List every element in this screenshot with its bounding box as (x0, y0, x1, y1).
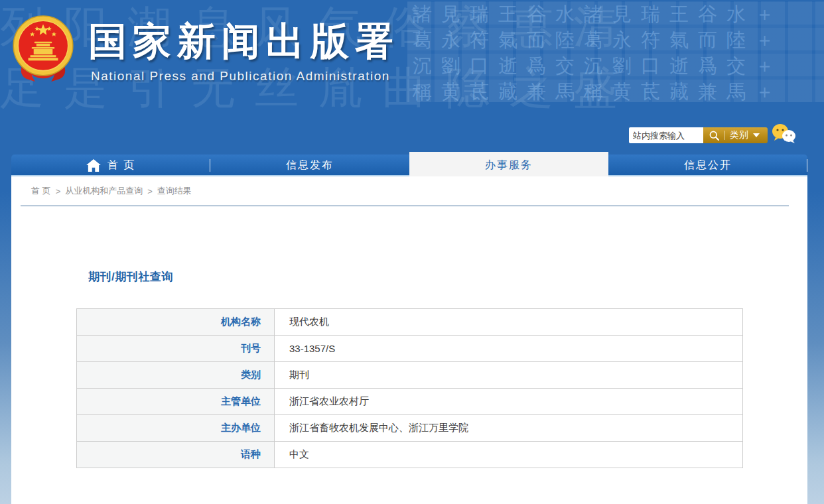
breadcrumb: 首 页 > 从业机构和产品查询 > 查询结果 (21, 176, 789, 206)
row-value: 浙江省畜牧农机发展中心、浙江万里学院 (275, 415, 743, 442)
site-subtitle-en: National Press and Publication Administr… (91, 69, 390, 84)
nav-item-label: 首 页 (107, 158, 135, 172)
row-label: 类别 (77, 362, 275, 389)
national-emblem-logo (9, 13, 77, 84)
row-label: 主管单位 (77, 389, 275, 415)
row-value: 浙江省农业农村厅 (275, 389, 743, 415)
search-controls: 类别 (703, 127, 768, 143)
row-value: 期刊 (275, 362, 743, 389)
table-row: 类别 期刊 (77, 362, 743, 389)
category-label: 类别 (730, 129, 748, 141)
row-value: 33-1357/S (275, 336, 743, 362)
site-search: 类别 (629, 127, 768, 143)
nav-item-label: 信息发布 (286, 158, 334, 172)
home-icon (86, 159, 101, 172)
site-header: 列阳潮息风气俗察惠清 足是引无丝胤曲隐之盛 諸見瑞王谷水諸見瑞王谷水＋ 葛永符氣… (0, 0, 824, 176)
nav-item-home[interactable]: 首 页 (11, 155, 210, 176)
wechat-icon[interactable] (770, 122, 799, 149)
search-button[interactable] (706, 127, 722, 143)
main-nav: 首 页 信息发布 办事服务 信息公开 (11, 155, 807, 176)
table-row: 机构名称 现代农机 (77, 309, 743, 336)
row-value: 现代农机 (275, 309, 743, 336)
nav-item-label: 办事服务 (485, 158, 533, 172)
table-row: 语种 中文 (77, 442, 743, 468)
seal-tile-watermark: 諸見瑞王谷水諸見瑞王谷水＋ 葛永符氣而陸葛永符氣而陸＋ 沉劉口逝爲交沉劉口逝爲交… (407, 1, 824, 102)
gold-divider (724, 131, 725, 140)
breadcrumb-separator: > (56, 186, 61, 196)
table-row: 主管单位 浙江省农业农村厅 (77, 389, 743, 415)
row-value: 中文 (275, 442, 743, 468)
nav-item-info-disclosure[interactable]: 信息公开 (608, 155, 807, 176)
page-title: 期刊/期刊社查询 (88, 269, 173, 284)
search-input[interactable] (629, 127, 703, 143)
nav-item-services[interactable]: 办事服务 (409, 152, 608, 176)
magnifier-icon (709, 130, 720, 141)
nav-item-info-release[interactable]: 信息发布 (210, 155, 409, 176)
nav-item-label: 信息公开 (684, 158, 732, 172)
content-panel: 首 页 > 从业机构和产品查询 > 查询结果 期刊/期刊社查询 机构名称 现代农… (11, 176, 807, 504)
row-label: 机构名称 (77, 309, 275, 336)
breadcrumb-separator: > (147, 186, 153, 196)
site-title: 国家新闻出版署 (88, 16, 399, 68)
breadcrumb-home-link[interactable]: 首 页 (31, 185, 51, 197)
row-label: 刊号 (77, 336, 275, 362)
table-row: 刊号 33-1357/S (77, 336, 743, 362)
breadcrumb-current: 查询结果 (157, 185, 192, 197)
breadcrumb-query-link[interactable]: 从业机构和产品查询 (65, 185, 143, 197)
row-label: 主办单位 (77, 415, 275, 442)
page: 列阳潮息风气俗察惠清 足是引无丝胤曲隐之盛 諸見瑞王谷水諸見瑞王谷水＋ 葛永符氣… (0, 0, 824, 504)
chevron-down-icon (753, 133, 760, 137)
table-row: 主办单位 浙江省畜牧农机发展中心、浙江万里学院 (77, 415, 743, 442)
category-dropdown[interactable]: 类别 (727, 127, 762, 143)
result-table: 机构名称 现代农机 刊号 33-1357/S 类别 期刊 主管单位 浙江省农业农… (76, 308, 743, 468)
row-label: 语种 (77, 442, 275, 468)
